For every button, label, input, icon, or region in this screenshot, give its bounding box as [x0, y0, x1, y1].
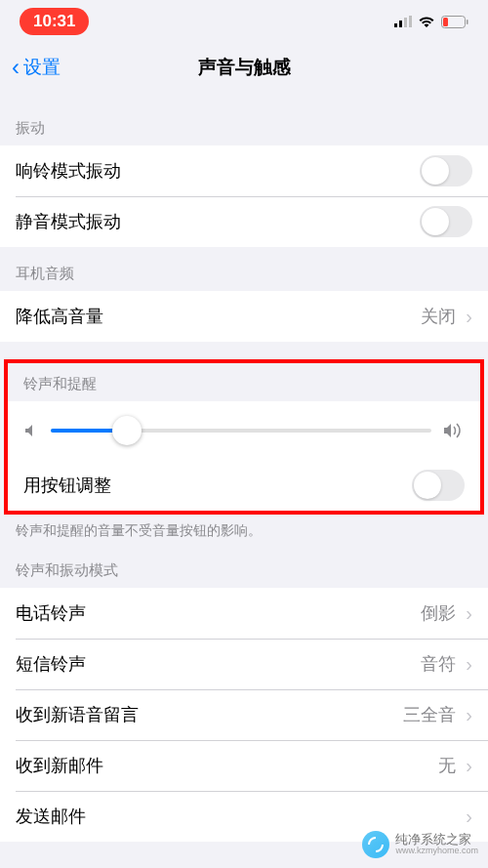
row-label: 收到新语音留言	[16, 703, 139, 726]
chevron-right-icon: ›	[466, 653, 472, 676]
row-value: 倒影 ›	[421, 601, 472, 625]
svg-rect-6	[467, 20, 468, 24]
volume-low-icon	[23, 423, 39, 438]
row-value: 无 ›	[438, 754, 472, 777]
row-label: 响铃模式振动	[16, 159, 121, 183]
row-text-tone[interactable]: 短信铃声 音符 ›	[0, 639, 488, 689]
toggle-silent-vibrate[interactable]	[420, 206, 472, 237]
row-label: 静音模式振动	[16, 210, 121, 233]
row-reduce-loud[interactable]: 降低高音量 关闭 ›	[0, 291, 488, 342]
slider-thumb[interactable]	[112, 416, 142, 445]
back-label: 设置	[23, 55, 61, 80]
watermark-title: 纯净系统之家	[395, 833, 478, 847]
chevron-right-icon: ›	[466, 704, 472, 726]
watermark-url: www.kzmyhome.com	[395, 847, 478, 856]
row-label: 短信铃声	[16, 652, 86, 676]
row-value: 关闭 ›	[421, 305, 472, 328]
status-bar: 10:31	[0, 0, 488, 43]
svg-rect-3	[409, 16, 412, 27]
row-value: 三全音 ›	[403, 703, 472, 726]
row-label: 收到新邮件	[16, 754, 103, 777]
status-icons	[394, 16, 468, 28]
row-value: 音符 ›	[421, 652, 472, 676]
chevron-right-icon: ›	[466, 755, 472, 777]
row-ring-vibrate[interactable]: 响铃模式振动	[0, 145, 488, 196]
toggle-button-adjust[interactable]	[412, 470, 465, 501]
row-new-mail[interactable]: 收到新邮件 无 ›	[0, 740, 488, 791]
back-button[interactable]: ‹ 设置	[12, 55, 61, 80]
svg-rect-2	[404, 18, 407, 27]
row-label: 电话铃声	[16, 601, 86, 625]
volume-high-icon	[443, 422, 465, 439]
chevron-right-icon: ›	[466, 602, 472, 625]
watermark: 纯净系统之家 www.kzmyhome.com	[362, 831, 478, 858]
chevron-right-icon: ›	[466, 806, 472, 828]
page-title: 声音与触感	[198, 55, 291, 80]
chevron-right-icon: ›	[466, 306, 472, 328]
section-header-headphone: 耳机音频	[0, 247, 488, 291]
row-value: ›	[466, 806, 472, 828]
row-silent-vibrate[interactable]: 静音模式振动	[0, 196, 488, 247]
slider-ringer-volume[interactable]	[51, 429, 431, 433]
svg-rect-5	[443, 18, 448, 26]
time-recording-pill[interactable]: 10:31	[20, 8, 89, 35]
svg-rect-0	[394, 23, 397, 27]
row-label: 用按钮调整	[23, 474, 111, 497]
content-scroll[interactable]: 振动 响铃模式振动 静音模式振动 耳机音频 降低高音量 关闭 › 铃声和提醒 用…	[0, 92, 488, 868]
watermark-logo-icon	[362, 831, 389, 858]
section-header-vibrate: 振动	[0, 102, 488, 145]
row-button-adjust[interactable]: 用按钮调整	[8, 460, 480, 511]
section-footer-ringer: 铃声和提醒的音量不受音量按钮的影响。	[0, 515, 488, 544]
row-ringer-slider	[8, 401, 480, 460]
wifi-icon	[418, 16, 435, 28]
nav-bar: ‹ 设置 声音与触感	[0, 43, 488, 92]
row-voicemail[interactable]: 收到新语音留言 三全音 ›	[0, 689, 488, 740]
section-header-ringer: 铃声和提醒	[8, 363, 480, 401]
cellular-icon	[394, 16, 412, 27]
battery-low-icon	[441, 16, 468, 28]
svg-rect-1	[399, 21, 402, 27]
highlight-annotation: 铃声和提醒 用按钮调整	[4, 359, 484, 515]
row-ringtone[interactable]: 电话铃声 倒影 ›	[0, 588, 488, 639]
row-label: 发送邮件	[16, 805, 86, 828]
row-label: 降低高音量	[16, 305, 103, 328]
toggle-ring-vibrate[interactable]	[420, 155, 472, 186]
chevron-left-icon: ‹	[12, 56, 20, 79]
section-header-patterns: 铃声和振动模式	[0, 544, 488, 588]
